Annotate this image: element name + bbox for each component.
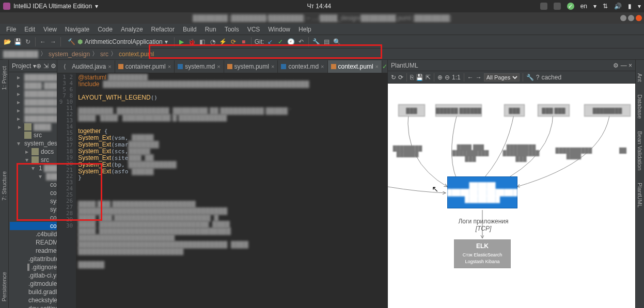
inspection-ok-icon[interactable]: ✓	[382, 63, 387, 70]
crumb-system-design[interactable]: system_design	[49, 51, 90, 58]
tree-gitmodules[interactable]: .gitmodules	[28, 280, 57, 287]
crumb-src[interactable]: src	[100, 51, 108, 58]
rail-plantuml[interactable]: PlantUML	[636, 180, 644, 210]
uml-help-icon[interactable]: ?	[536, 74, 540, 81]
keyboard-lang[interactable]: en	[580, 3, 587, 10]
menu-tools[interactable]: Tools	[222, 25, 242, 34]
git-commit-icon[interactable]: ✓	[276, 38, 285, 46]
coverage-icon[interactable]: ◧	[198, 38, 207, 46]
uml-next-icon[interactable]: →	[476, 74, 482, 81]
project-structure-icon[interactable]: ▤	[322, 38, 331, 46]
tray-icon-2[interactable]	[554, 3, 561, 10]
menu-edit[interactable]: Edit	[21, 25, 38, 34]
project-tree[interactable]: ▸████████ ▸████-████████-████ ▸█████████…	[9, 72, 57, 308]
locate-icon[interactable]: ⊕	[36, 62, 41, 70]
battery-icon[interactable]: ▮	[628, 3, 632, 10]
close-icon[interactable]: ×	[217, 63, 220, 70]
uml-pages-select[interactable]: All Pages	[484, 73, 520, 82]
tree-item-blur[interactable]: ████████████	[24, 90, 57, 98]
uml-diagram-canvas[interactable]: ███ ██████ ██████ ███ ███ ███ ████████ █…	[388, 84, 635, 308]
stop-icon[interactable]: ■	[240, 38, 248, 46]
tree-item-blur[interactable]: ████████	[24, 115, 57, 122]
tree-src[interactable]: src	[41, 156, 49, 164]
tree-container-puml[interactable]: container.puml	[50, 189, 57, 197]
tree-item-blur[interactable]: ████	[34, 123, 51, 131]
menu-code[interactable]: Code	[95, 25, 116, 34]
tab-system-md[interactable]: system.md×	[175, 60, 224, 73]
menu-refactor[interactable]: Refactor	[148, 25, 178, 34]
tree-context-md[interactable]: context.md	[50, 214, 57, 221]
tree-readme-upper[interactable]: README.MD	[36, 239, 57, 246]
menu-help[interactable]: Help	[295, 25, 315, 34]
tree-item-blur[interactable]: ████-████████-████	[24, 82, 57, 89]
tree-container-md[interactable]: container.md	[50, 181, 57, 188]
rail-bean-validation[interactable]: Bean Validation	[636, 128, 644, 173]
debug-icon[interactable]: 🐞	[188, 38, 196, 46]
uml-zoom-ratio[interactable]: 1:1	[452, 74, 461, 81]
menu-analyze[interactable]: Analyze	[118, 25, 146, 34]
tab-container-puml[interactable]: container.puml×	[115, 60, 175, 73]
settings-gear-icon[interactable]: ⚙	[51, 62, 56, 70]
uml-save-icon[interactable]: 💾	[416, 74, 423, 81]
back-icon[interactable]: ←	[39, 38, 47, 46]
attach-icon[interactable]: ⚡	[219, 38, 227, 46]
uml-refresh-icon[interactable]: ↻	[391, 74, 396, 81]
tree-context-puml[interactable]: context.puml	[50, 222, 57, 230]
menu-navigate[interactable]: Navigate	[62, 25, 92, 34]
rail-database[interactable]: Database	[636, 91, 644, 122]
tray-updates-icon[interactable]: ✓	[567, 3, 574, 10]
tree-gitattributes[interactable]: .gitattributes	[28, 255, 57, 263]
tree-control-app[interactable]: ██████ Control Application	[46, 173, 57, 180]
git-history-icon[interactable]: 🕘	[287, 38, 295, 46]
tree-readme-lower[interactable]: readme.md	[36, 247, 57, 254]
uml-wrench-icon[interactable]: 🔧	[526, 74, 534, 81]
tab-scroll-left-icon[interactable]: ⟨	[60, 62, 69, 71]
tab-context-md[interactable]: context.md×	[278, 60, 327, 73]
search-everywhere-icon[interactable]: 🔍	[333, 38, 341, 46]
hotswap-icon[interactable]: ⟳	[229, 38, 238, 46]
save-all-icon[interactable]: 💾	[13, 38, 22, 46]
volume-icon[interactable]: 🔊	[614, 3, 622, 10]
tree-item-blur[interactable]: ████████	[24, 74, 57, 81]
uml-reload-icon[interactable]: ⟳	[398, 74, 403, 81]
project-view-label[interactable]: Project	[12, 62, 31, 70]
uml-zoom-in-icon[interactable]: ⊕	[437, 74, 443, 81]
menu-build[interactable]: Build	[180, 25, 200, 34]
close-icon[interactable]: ×	[168, 63, 171, 70]
close-icon[interactable]: ×	[271, 63, 274, 70]
uml-prev-icon[interactable]: ←	[467, 74, 474, 81]
tree-system-md[interactable]: system.md	[50, 198, 57, 205]
open-icon[interactable]: 📂	[3, 38, 11, 46]
tree-system-design[interactable]: system_design	[24, 140, 57, 147]
crumb-root[interactable]: ████████	[3, 51, 38, 58]
forward-icon[interactable]: →	[49, 38, 57, 46]
tab-audited[interactable]: Audited.java×	[69, 60, 115, 73]
system-dropdown[interactable]: ▾	[638, 3, 641, 10]
sync-icon[interactable]: ↻	[24, 38, 32, 46]
tree-build-gradle[interactable]: build.gradle	[28, 288, 57, 296]
tree-gitignore[interactable]: .gitignore	[32, 264, 57, 271]
close-icon[interactable]: ×	[321, 63, 324, 70]
git-rollback-icon[interactable]: ↶	[297, 38, 305, 46]
tree-system-puml[interactable]: system.puml	[50, 206, 57, 213]
menu-view[interactable]: View	[40, 25, 60, 34]
menu-file[interactable]: File	[3, 25, 19, 34]
tree-item-blur[interactable]: ████████████.graph	[24, 107, 57, 114]
git-update-icon[interactable]: ↙	[266, 38, 274, 46]
tree-c4builder[interactable]: .c4builder	[36, 231, 57, 238]
ubuntu-clock[interactable]: Чт 14:44	[307, 3, 331, 10]
tree-gitlab-ci[interactable]: .gitlab-ci.yml	[28, 272, 57, 279]
plantuml-settings-icon[interactable]: ⚙	[613, 62, 619, 69]
run-icon[interactable]: ▶	[178, 38, 186, 46]
profile-icon[interactable]: ◔	[209, 38, 217, 46]
tree-item-blur[interactable]: ████████████	[24, 99, 57, 106]
window-close[interactable]	[636, 15, 642, 21]
menu-window[interactable]: Window	[265, 25, 293, 34]
rail-persistence[interactable]: Persistence	[0, 269, 8, 304]
tree-dev-settings[interactable]: dev-settings.xml	[28, 305, 57, 308]
close-icon[interactable]: ×	[108, 63, 111, 70]
uml-export-icon[interactable]: ⇱	[426, 74, 431, 81]
rail-project[interactable]: 1: Project	[0, 63, 8, 93]
editor-content[interactable]: @startuml █████████ !include ███████████…	[76, 73, 387, 308]
network-icon[interactable]: ⇅	[603, 3, 608, 10]
